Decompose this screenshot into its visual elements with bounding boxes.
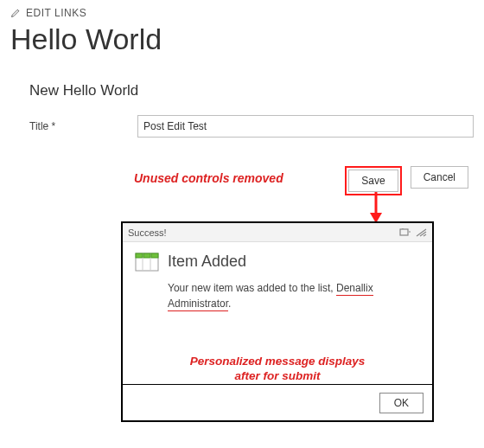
resize-icon[interactable] <box>415 228 427 237</box>
svg-rect-4 <box>136 253 143 258</box>
annotation-personalized-line1: Personalized message displays <box>190 355 366 368</box>
dialog-caption: Success! <box>128 227 167 238</box>
dialog-heading: Item Added <box>168 253 246 271</box>
arrow-down-icon <box>366 170 385 223</box>
page-title: Hello World <box>10 22 474 56</box>
form-subheader: New Hello World <box>29 82 474 99</box>
title-row: Title * <box>29 115 474 138</box>
annotation-personalized-line2: after for submit <box>234 369 320 382</box>
maximize-icon[interactable] <box>399 228 411 237</box>
dialog-footer: OK <box>123 384 432 420</box>
svg-rect-5 <box>143 253 150 258</box>
edit-links-link[interactable]: EDIT LINKS <box>10 7 474 19</box>
dialog-message-suffix: . <box>228 298 231 310</box>
ok-button[interactable]: OK <box>379 393 424 413</box>
annotation-removed: Unused controls removed <box>134 171 283 185</box>
button-row: Save Cancel <box>345 166 468 195</box>
dialog-header: Success! <box>123 223 432 242</box>
annotation-personalized: Personalized message displays after for … <box>123 355 432 384</box>
title-label: Title * <box>29 120 137 132</box>
dialog-message: Your new item was added to the list, Den… <box>168 280 420 311</box>
cancel-button[interactable]: Cancel <box>411 166 468 189</box>
dialog-body: Item Added Your new item was added to th… <box>123 242 432 384</box>
svg-rect-2 <box>400 229 408 235</box>
edit-links-label: EDIT LINKS <box>26 7 86 19</box>
svg-rect-6 <box>151 253 158 258</box>
list-icon <box>135 251 159 272</box>
success-dialog: Success! Item Added Your new item was ad… <box>121 221 434 422</box>
dialog-message-prefix: Your new item was added to the list, <box>168 282 336 294</box>
title-input[interactable] <box>137 115 474 138</box>
pencil-icon <box>10 8 21 18</box>
